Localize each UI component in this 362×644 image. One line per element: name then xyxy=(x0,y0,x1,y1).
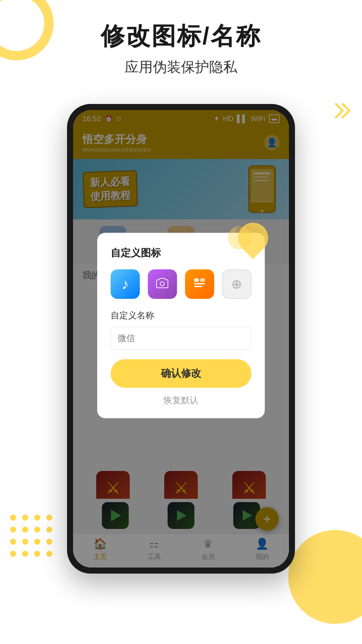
svg-rect-7 xyxy=(194,278,199,282)
svg-rect-9 xyxy=(194,286,202,287)
restore-button-label: 恢复默认 xyxy=(164,394,198,406)
restore-default-button[interactable]: 恢复默认 xyxy=(111,394,251,406)
sub-title: 应用伪装保护隐私 xyxy=(0,58,362,76)
dialog-overlay[interactable]: 自定义图标 ♪ xyxy=(73,110,289,568)
confirm-modify-button[interactable]: 确认修改 xyxy=(111,359,251,388)
music-note-icon: ♪ xyxy=(121,276,129,292)
camera-icon xyxy=(155,275,170,293)
name-input-field[interactable] xyxy=(118,333,244,343)
list-icon xyxy=(192,275,207,293)
icon-option-list[interactable] xyxy=(185,269,214,299)
header-section: 修改图标/名称 应用伪装保护隐私 xyxy=(0,20,362,76)
icon-options-row: ♪ xyxy=(111,269,251,299)
phone-screen: 16:52 ⏰ ⊙ ✦ HD ▌▌ WiFi ▬ 悟空多开分身 WUKONGDU… xyxy=(73,110,289,568)
svg-point-6 xyxy=(160,282,164,286)
phone-container: 16:52 ⏰ ⊙ ✦ HD ▌▌ WiFi ▬ 悟空多开分身 WUKONGDU… xyxy=(67,104,295,574)
deco-dots xyxy=(10,515,52,557)
icon-option-music[interactable]: ♪ xyxy=(111,269,140,299)
name-section-label: 自定义名称 xyxy=(111,310,251,321)
deco-bottom-right-circle xyxy=(288,530,362,624)
phone-frame: 16:52 ⏰ ⊙ ✦ HD ▌▌ WiFi ▬ 悟空多开分身 WUKONGDU… xyxy=(67,104,295,574)
icon-option-camera[interactable] xyxy=(148,269,177,299)
custom-icon-dialog: 自定义图标 ♪ xyxy=(97,233,265,418)
add-icon: ⊕ xyxy=(231,277,242,291)
deco-chevrons xyxy=(333,101,356,122)
dialog-title: 自定义图标 xyxy=(111,246,251,260)
main-title: 修改图标/名称 xyxy=(0,20,362,52)
dialog-deco-circle xyxy=(228,226,251,250)
svg-rect-10 xyxy=(200,278,205,282)
icon-option-add-custom[interactable]: ⊕ xyxy=(222,269,251,299)
name-input-wrapper[interactable] xyxy=(111,327,251,350)
svg-rect-8 xyxy=(194,283,205,284)
confirm-button-label: 确认修改 xyxy=(161,367,201,380)
